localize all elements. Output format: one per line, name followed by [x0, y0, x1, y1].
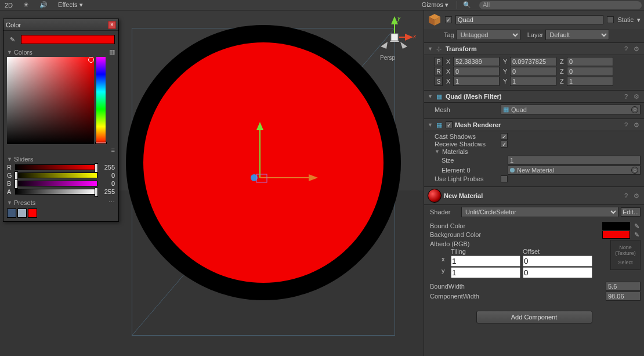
- mesh-renderer-enabled-checkbox[interactable]: [446, 121, 453, 128]
- audio-toggle-icon[interactable]: 🔊: [37, 1, 50, 9]
- scale-x-input[interactable]: [453, 77, 500, 86]
- eyedropper-icon[interactable]: ✎: [632, 231, 641, 239]
- material-header[interactable]: New Material ? ⚙: [424, 186, 644, 205]
- tag-label: Tag: [444, 31, 454, 38]
- tiling-y-input[interactable]: [451, 267, 520, 278]
- hue-slider[interactable]: [96, 57, 106, 144]
- presets-header: Presets: [14, 199, 35, 206]
- sliders-header: Sliders: [14, 156, 34, 163]
- a-slider[interactable]: [15, 189, 97, 195]
- material-preview-icon: [428, 189, 442, 203]
- foldout-icon[interactable]: ▼: [435, 149, 440, 154]
- b-value[interactable]: 0: [100, 180, 115, 187]
- mesh-filter-header[interactable]: ▼ ▦ Quad (Mesh Filter) ? ⚙: [424, 90, 644, 103]
- albedo-label: Albedo (RGB): [430, 240, 469, 247]
- current-color-swatch: [21, 35, 115, 44]
- tag-dropdown[interactable]: Untagged: [457, 30, 520, 40]
- a-value[interactable]: 255: [100, 188, 115, 195]
- component-width-input[interactable]: [606, 292, 641, 301]
- orientation-gizmo[interactable]: y x Persp: [371, 14, 418, 60]
- receive-shadows-checkbox[interactable]: [501, 141, 508, 148]
- axis-y-label: y: [397, 15, 400, 21]
- static-dropdown-icon[interactable]: ▾: [637, 16, 641, 24]
- gameobject-active-checkbox[interactable]: [445, 16, 452, 23]
- toggle-2d-button[interactable]: 2D: [2, 1, 15, 9]
- gear-icon[interactable]: ⚙: [632, 192, 641, 200]
- preset-swatch[interactable]: [17, 208, 27, 218]
- background-color-field[interactable]: [602, 231, 630, 239]
- mesh-label: Mesh: [435, 106, 498, 113]
- r-value[interactable]: 255: [100, 164, 115, 171]
- rotation-z-input[interactable]: [567, 67, 613, 76]
- persp-label[interactable]: Persp: [380, 55, 395, 61]
- g-value[interactable]: 0: [100, 172, 115, 179]
- object-picker-icon[interactable]: ⊙: [631, 106, 638, 113]
- color-mode-icon[interactable]: ▥: [109, 48, 115, 56]
- tiling-x-input[interactable]: [451, 256, 520, 267]
- foldout-icon[interactable]: ▼: [428, 46, 433, 52]
- gameobject-name-input[interactable]: [455, 15, 603, 24]
- material-title: New Material: [444, 192, 620, 199]
- scene-search-input[interactable]: All: [479, 1, 642, 9]
- eyedropper-icon[interactable]: ✎: [632, 222, 641, 230]
- cast-shadows-checkbox[interactable]: [501, 133, 508, 140]
- mesh-renderer-header[interactable]: ▼ ▦ Mesh Renderer ? ⚙: [424, 118, 644, 131]
- help-icon[interactable]: ?: [622, 45, 630, 53]
- position-x-input[interactable]: [453, 57, 500, 66]
- gear-icon[interactable]: ⚙: [632, 45, 641, 53]
- offset-x-input[interactable]: [523, 256, 592, 267]
- b-slider[interactable]: [15, 181, 97, 186]
- scale-y-input[interactable]: [510, 77, 556, 86]
- foldout-icon[interactable]: ▼: [428, 122, 433, 128]
- add-component-button[interactable]: Add Component: [476, 311, 592, 323]
- bound-width-input[interactable]: [606, 282, 641, 291]
- material-element0-field[interactable]: New Material ⊙: [508, 166, 641, 175]
- albedo-texture-slot[interactable]: None (Texture) Select: [610, 240, 641, 270]
- move-gizmo[interactable]: [244, 121, 325, 190]
- static-checkbox[interactable]: [607, 16, 614, 23]
- sv-cursor[interactable]: [88, 57, 94, 63]
- rotation-label: R: [435, 67, 443, 76]
- gizmos-dropdown[interactable]: Gizmos ▾: [419, 1, 451, 9]
- close-icon[interactable]: ×: [108, 21, 116, 29]
- eyedropper-icon[interactable]: ✎: [7, 34, 17, 45]
- slider-mode-icon[interactable]: ≡: [111, 146, 115, 153]
- position-y-input[interactable]: [510, 57, 556, 66]
- search-icon: 🔍: [463, 1, 471, 9]
- scale-z-input[interactable]: [567, 77, 613, 86]
- rotation-y-input[interactable]: [510, 67, 556, 76]
- light-probes-checkbox[interactable]: [501, 175, 508, 182]
- gameobject-header: Static ▾: [424, 10, 644, 29]
- effects-dropdown[interactable]: Effects ▾: [56, 1, 85, 9]
- bound-color-field[interactable]: [602, 222, 630, 230]
- foldout-icon[interactable]: ▼: [428, 94, 433, 99]
- gear-icon[interactable]: ⚙: [632, 121, 641, 129]
- help-icon[interactable]: ?: [622, 121, 630, 129]
- shader-edit-button[interactable]: Edit...: [621, 207, 641, 217]
- preset-swatch[interactable]: [7, 208, 16, 218]
- position-z-input[interactable]: [567, 57, 613, 66]
- gear-icon[interactable]: ⚙: [632, 92, 641, 100]
- layer-dropdown[interactable]: Default: [545, 30, 609, 40]
- saturation-value-box[interactable]: [7, 57, 94, 144]
- mesh-icon: ▦: [503, 106, 509, 113]
- color-picker-dialog: Color × ✎ ▼Colors ▥ ≡ ▼Sliders R255 G0 B…: [3, 19, 119, 222]
- transform-title: Transform: [446, 45, 620, 52]
- transform-header[interactable]: ▼ ⊹ Transform ? ⚙: [424, 42, 644, 55]
- materials-size-input[interactable]: [508, 156, 641, 165]
- help-icon[interactable]: ?: [622, 92, 630, 100]
- r-slider[interactable]: [15, 164, 97, 170]
- rotation-x-input[interactable]: [453, 67, 500, 76]
- color-picker-titlebar[interactable]: Color ×: [3, 19, 118, 31]
- help-icon[interactable]: ?: [622, 192, 630, 200]
- offset-y-input[interactable]: [523, 267, 592, 278]
- preset-swatch[interactable]: [28, 208, 37, 218]
- presets-menu-icon[interactable]: ⋯: [108, 199, 115, 206]
- g-slider[interactable]: [15, 172, 97, 178]
- mesh-field[interactable]: ▦ Quad ⊙: [501, 105, 641, 114]
- scene-toolbar: 2D ☀ 🔊 Effects ▾ Gizmos ▾ 🔍 All: [0, 0, 644, 10]
- object-picker-icon[interactable]: ⊙: [631, 167, 638, 174]
- hue-cursor[interactable]: [95, 142, 107, 144]
- shader-dropdown[interactable]: Unlit/CircleSeletor: [461, 207, 618, 217]
- lighting-toggle-icon[interactable]: ☀: [21, 1, 31, 9]
